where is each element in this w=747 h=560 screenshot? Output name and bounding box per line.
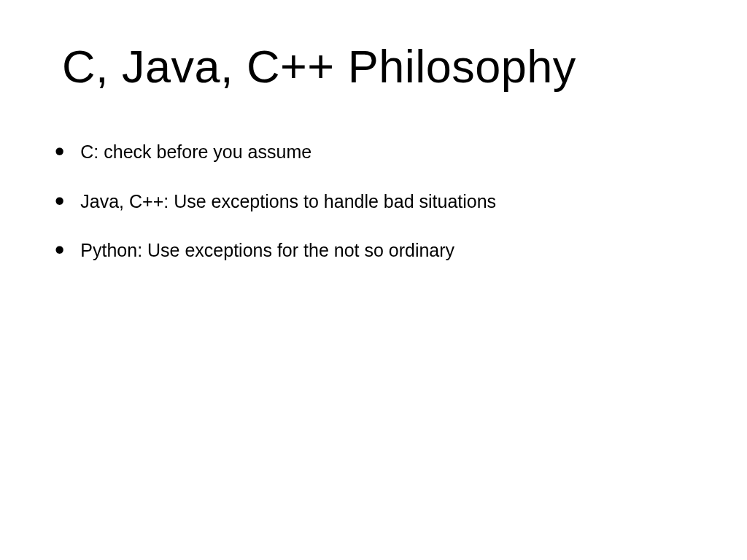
bullet-text: Python: Use exceptions for the not so or… xyxy=(80,238,454,262)
list-item: • C: check before you assume xyxy=(55,135,692,164)
slide-container: C, Java, C++ Philosophy • C: check befor… xyxy=(0,0,747,560)
bullet-icon: • xyxy=(55,236,64,264)
bullet-icon: • xyxy=(55,138,64,166)
bullet-icon: • xyxy=(55,187,64,215)
slide-title: C, Java, C++ Philosophy xyxy=(55,40,692,93)
bullet-text: C: check before you assume xyxy=(80,140,311,164)
list-item: • Java, C++: Use exceptions to handle ba… xyxy=(55,184,692,214)
bullet-list: • C: check before you assume • Java, C++… xyxy=(55,135,692,262)
bullet-text: Java, C++: Use exceptions to handle bad … xyxy=(80,190,496,214)
list-item: • Python: Use exceptions for the not so … xyxy=(55,233,692,262)
